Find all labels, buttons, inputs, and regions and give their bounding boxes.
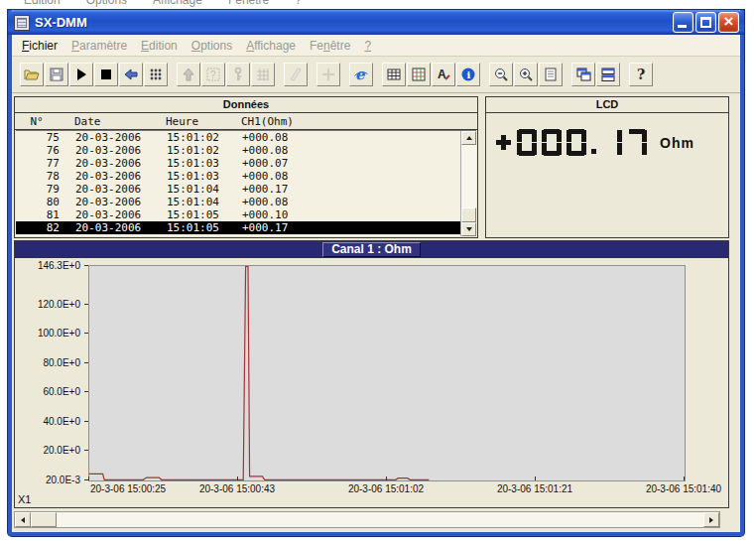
scroll-up-button[interactable] (461, 131, 476, 145)
x-axis-label: 20-3-06 15:01:21 (497, 483, 572, 494)
toolbar-annotation-button[interactable]: A (432, 63, 455, 86)
menu-item-edition[interactable]: Edition (134, 37, 185, 55)
zoom-out-icon (493, 67, 509, 82)
scroll-right-button[interactable] (703, 512, 719, 527)
cell-value: +000.17 (242, 221, 460, 234)
table-row[interactable]: 7520-03-200615:01:02+000.08 (16, 131, 460, 144)
toolbar-cascade-windows-button[interactable] (571, 63, 595, 86)
table-row[interactable]: 8120-03-200615:01:05+000.10 (16, 208, 460, 221)
titlebar[interactable]: SX-DMM (8, 10, 744, 35)
chart-header: Canal 1 : Ohm (15, 241, 728, 258)
toolbar: ?eAi? (12, 57, 740, 93)
annotation-a-icon: A (436, 67, 451, 82)
x-axis-label: 20-3-06 15:00:25 (90, 483, 166, 494)
cell-time: 15:01:02 (167, 144, 242, 157)
table-row[interactable]: 7720-03-200615:01:03+000.07 (16, 157, 460, 170)
toolbar-help-button[interactable]: ? (629, 63, 653, 86)
toolbar-tile-windows-button[interactable] (596, 63, 620, 86)
x-axis-tick (684, 477, 685, 480)
chart-body: X1 146.3E+0120.0E+0100.0E+080.0E+060.0E+… (15, 258, 728, 507)
menu-item-fenetre[interactable]: Fenêtre (303, 37, 357, 55)
lcd-segment (544, 140, 560, 145)
lcd-digit (627, 129, 647, 156)
table-row[interactable]: 7820-03-200615:01:03+000.08 (16, 170, 460, 183)
table-view-icon (386, 67, 402, 82)
background-menu-item: Options (86, 0, 127, 7)
minimize-button[interactable] (673, 12, 693, 33)
y-axis-tick (84, 333, 88, 334)
lcd-digit (567, 129, 586, 156)
table-row[interactable]: 8220-03-200615:01:05+000.17 (16, 221, 460, 234)
horizontal-scrollbar[interactable] (14, 511, 720, 528)
background-menu-item: Fenêtre (228, 0, 269, 7)
toolbar-settings-button[interactable]: ? (201, 63, 225, 86)
triangle-left-icon (21, 517, 25, 523)
menu-item-aide[interactable]: ? (357, 37, 378, 55)
cell-date: 20-03-2006 (75, 144, 167, 157)
toolbar-grid-button[interactable] (251, 63, 275, 86)
toolbar-chart-grid-button[interactable] (407, 63, 431, 86)
lcd-decimal-point (591, 149, 596, 154)
data-matrix-icon (148, 67, 164, 82)
cell-time: 15:01:03 (167, 170, 242, 183)
toolbar-internet-button[interactable]: e (349, 63, 373, 86)
key-icon (230, 67, 246, 82)
x-axis-label: 20-3-06 15:01:02 (348, 483, 424, 494)
table-row[interactable]: 7620-03-200615:01:02+000.08 (16, 144, 460, 157)
sx-dmm-window: SX-DMM FichierParamètreEditionOptionsAff… (8, 10, 744, 536)
toolbar-data-matrix-button[interactable] (144, 63, 168, 86)
menu-item-options[interactable]: Options (185, 37, 239, 55)
toolbar-start-acquisition-button[interactable] (69, 63, 93, 86)
toolbar-zoom-out-button[interactable] (489, 63, 513, 86)
cell-value: +000.10 (242, 208, 460, 221)
col-n: N° (15, 115, 61, 128)
svg-text:?: ? (637, 67, 645, 82)
table-row[interactable]: 8020-03-200615:01:04+000.08 (16, 196, 460, 208)
toolbar-save-button[interactable] (45, 63, 68, 86)
tile-windows-icon (600, 67, 616, 82)
toolbar-report-button[interactable] (539, 63, 563, 86)
save-icon (49, 67, 64, 82)
menu-item-affichage[interactable]: Affichage (239, 37, 303, 55)
toolbar-table-view-button[interactable] (382, 63, 406, 86)
close-button[interactable] (718, 12, 739, 33)
toolbar-select-region-button[interactable] (284, 63, 308, 86)
lcd-value: Ohm (486, 113, 728, 156)
toolbar-zoom-in-button[interactable] (514, 63, 538, 86)
cell-n: 81 (16, 208, 62, 221)
y-axis-label: 80.0E+0 (15, 357, 80, 368)
toolbar-info-button[interactable]: i (456, 63, 480, 86)
cell-time: 15:01:03 (167, 157, 242, 170)
cell-date: 20-03-2006 (75, 131, 167, 144)
horizontal-scroll-thumb[interactable] (31, 512, 57, 527)
toolbar-axes-button[interactable] (316, 63, 340, 86)
toolbar-probe-button[interactable] (226, 63, 250, 86)
cell-time: 15:01:04 (167, 196, 242, 208)
toolbar-stop-acquisition-button[interactable] (94, 63, 118, 86)
lcd-segment (604, 140, 620, 145)
zoom-in-icon (518, 67, 534, 82)
scroll-left-button[interactable] (15, 512, 31, 527)
menu-item-parametre[interactable]: Paramètre (64, 37, 134, 55)
triangle-down-icon (466, 227, 472, 231)
toolbar-import-data-button[interactable] (119, 63, 143, 86)
vertical-scrollbar[interactable] (460, 131, 476, 236)
y-axis-label: 120.0E+0 (15, 299, 80, 310)
cell-value: +000.08 (242, 170, 460, 183)
x-axis-tick (535, 477, 536, 480)
x-axis-tick (88, 477, 89, 480)
lcd-segment (629, 140, 645, 145)
vertical-scroll-thumb[interactable] (461, 207, 476, 222)
menu-item-fichier[interactable]: Fichier (15, 37, 64, 55)
toolbar-open-button[interactable] (20, 63, 44, 86)
toolbar-export-data-button[interactable] (177, 63, 200, 86)
table-row[interactable]: 7920-03-200615:01:04+000.17 (16, 183, 460, 196)
y-axis-tick (84, 265, 88, 266)
background-window-menustrip: EditionOptionsAffichageFenêtre? (10, 0, 446, 9)
cell-time: 15:01:02 (167, 131, 242, 144)
chart-channel-tab[interactable]: Canal 1 : Ohm (322, 242, 421, 257)
report-icon (543, 67, 559, 82)
scroll-down-button[interactable] (461, 222, 476, 236)
cell-time: 15:01:05 (167, 221, 242, 234)
maximize-button[interactable] (695, 12, 716, 33)
